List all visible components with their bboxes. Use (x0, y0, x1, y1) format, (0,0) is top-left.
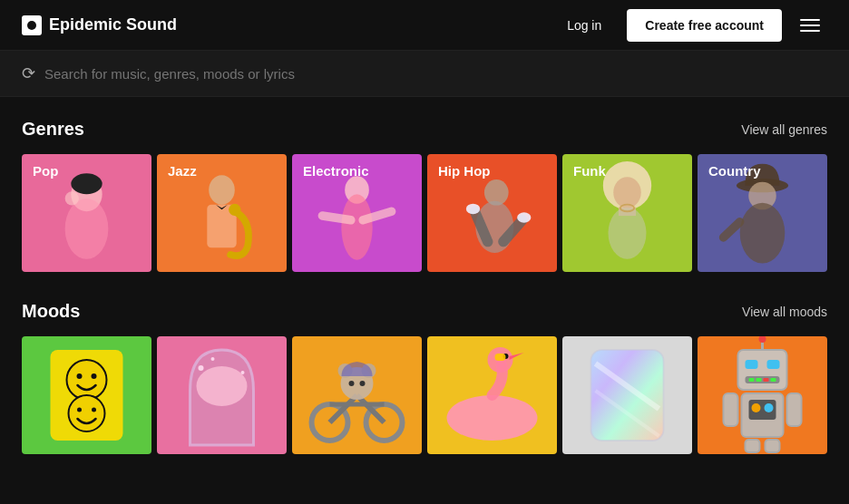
genre-grid: Pop Jazz (22, 154, 827, 272)
svg-rect-70 (787, 393, 802, 426)
mood-card-2[interactable] (157, 336, 287, 454)
svg-point-9 (341, 194, 372, 259)
search-bar: ⟳ (0, 51, 849, 97)
genre-label-pop: Pop (33, 163, 58, 179)
genre-label-funk: Funk (573, 163, 606, 179)
logo-text: Epidemic Sound (49, 15, 177, 34)
svg-rect-51 (495, 354, 506, 361)
create-account-button[interactable]: Create free account (627, 9, 782, 42)
header-right: Log in Create free account (549, 9, 827, 42)
genre-label-hiphop: Hip Hop (438, 163, 491, 179)
main-content: Genres View all genres Pop Jazz (0, 97, 849, 476)
logo-icon (22, 15, 42, 35)
mood-grid (22, 336, 827, 454)
moods-title: Moods (22, 301, 80, 322)
svg-rect-63 (764, 378, 769, 382)
svg-point-37 (211, 357, 215, 361)
menu-button[interactable] (793, 12, 827, 39)
svg-line-10 (322, 216, 350, 220)
genres-title: Genres (22, 119, 84, 140)
svg-line-41 (357, 395, 385, 422)
moods-section-header: Moods View all moods (22, 301, 827, 322)
genre-label-country: Country (708, 163, 761, 179)
svg-point-57 (759, 336, 766, 343)
mood-card-1-content (22, 336, 151, 454)
svg-point-21 (609, 208, 647, 259)
search-icon: ⟳ (22, 63, 35, 83)
menu-line-3 (800, 30, 820, 32)
svg-rect-61 (749, 378, 755, 382)
mood-card-3-content (292, 336, 422, 454)
svg-point-32 (77, 408, 82, 412)
svg-point-30 (92, 373, 97, 379)
mood-card-6[interactable] (698, 336, 827, 454)
svg-point-6 (229, 204, 240, 216)
header: Epidemic Sound Log in Create free accoun… (0, 0, 849, 51)
genre-label-jazz: Jazz (168, 163, 197, 179)
genre-card-electronic[interactable]: Electronic (292, 154, 422, 272)
svg-point-67 (752, 403, 761, 412)
svg-line-26 (724, 222, 740, 237)
svg-point-48 (447, 395, 538, 441)
mood-card-5[interactable] (562, 336, 692, 454)
mood-card-5-content (562, 336, 692, 454)
genre-card-pop[interactable]: Pop (22, 154, 151, 272)
svg-point-34 (197, 366, 248, 406)
svg-point-28 (67, 360, 107, 400)
svg-rect-69 (724, 393, 738, 426)
svg-rect-59 (767, 360, 780, 369)
genre-label-electronic: Electronic (303, 163, 369, 179)
view-all-moods-link[interactable]: View all moods (742, 305, 827, 319)
svg-point-1 (65, 199, 109, 259)
svg-point-25 (740, 203, 786, 264)
svg-point-16 (466, 204, 480, 214)
mood-card-3[interactable] (292, 336, 422, 454)
mood-card-1[interactable] (22, 336, 151, 454)
svg-point-33 (92, 408, 96, 412)
genre-card-hiphop[interactable]: Hip Hop (427, 154, 557, 272)
svg-point-46 (349, 381, 355, 386)
svg-point-19 (613, 177, 641, 208)
genres-section-header: Genres View all genres (22, 119, 827, 140)
mood-card-6-content (698, 336, 827, 454)
login-button[interactable]: Log in (549, 9, 620, 42)
search-input[interactable] (44, 66, 827, 82)
svg-point-35 (199, 365, 204, 371)
svg-point-47 (360, 381, 366, 386)
svg-rect-62 (756, 378, 762, 382)
svg-rect-71 (746, 440, 760, 452)
svg-rect-58 (746, 360, 758, 369)
svg-point-4 (209, 175, 235, 204)
mood-card-2-content (157, 336, 287, 454)
svg-point-3 (65, 191, 79, 205)
menu-line-2 (800, 24, 820, 26)
mood-card-4[interactable] (427, 336, 557, 454)
svg-point-2 (71, 173, 102, 194)
logo[interactable]: Epidemic Sound (22, 15, 177, 35)
view-all-genres-link[interactable]: View all genres (741, 122, 827, 137)
svg-point-17 (517, 212, 531, 222)
svg-point-29 (77, 373, 83, 379)
menu-line-1 (800, 19, 820, 21)
mood-card-4-content (427, 336, 557, 454)
svg-point-31 (69, 395, 105, 431)
svg-point-68 (765, 403, 774, 412)
svg-rect-55 (738, 350, 787, 390)
svg-line-40 (330, 395, 357, 422)
genre-card-funk[interactable]: Funk (562, 154, 692, 272)
svg-rect-64 (771, 378, 776, 382)
genre-card-country[interactable]: Country (698, 154, 827, 272)
genre-card-jazz[interactable]: Jazz (157, 154, 287, 272)
svg-rect-72 (766, 440, 780, 452)
svg-point-36 (241, 371, 245, 374)
